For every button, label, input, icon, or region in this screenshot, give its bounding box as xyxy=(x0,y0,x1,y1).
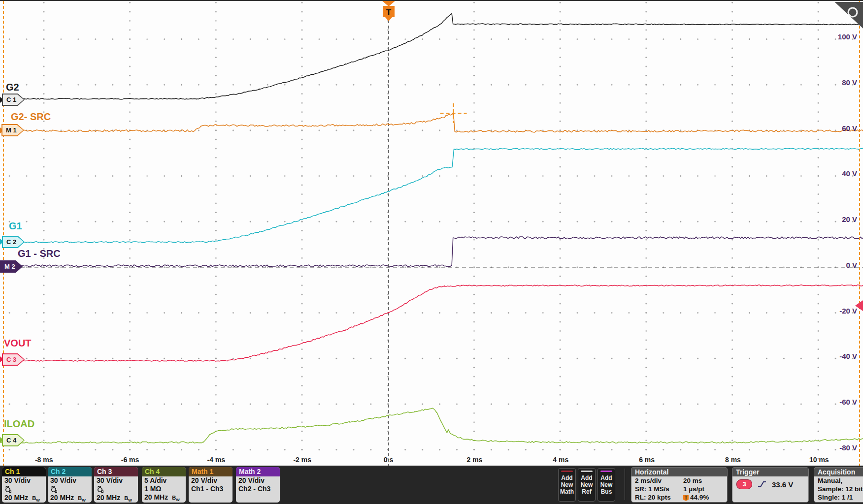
time-tick-label: -2 ms xyxy=(283,456,322,464)
waveform-traces xyxy=(0,1,863,466)
bw-limit-icon: BW xyxy=(124,494,132,503)
ch4-bandwidth: 20 MHz xyxy=(144,493,168,502)
time-tick-label: 0 s xyxy=(369,456,408,464)
volt-tick-label: 20 V xyxy=(842,215,857,224)
bw-limit-icon: BW xyxy=(32,494,40,503)
time-tick-label: 4 ms xyxy=(541,456,580,464)
bw-limit-icon: BW xyxy=(78,494,86,503)
ch3-bandwidth: 20 MHz xyxy=(97,494,120,502)
trace-label-iload: ILOAD xyxy=(4,418,34,430)
volt-tick-label: -20 V xyxy=(839,306,857,316)
probe-icon xyxy=(97,485,104,493)
time-tick-label: 10 ms xyxy=(799,456,839,464)
trace-label-g1-src: G1 - SRC xyxy=(18,248,61,259)
trigger-panel-title: Trigger xyxy=(732,468,808,476)
ch4-title: Ch 4 xyxy=(142,467,186,476)
ch4-scale: 5 A/div xyxy=(142,476,186,485)
volt-tick-label: 100 V xyxy=(838,32,857,42)
math1-scale: 20 V/div xyxy=(189,476,232,485)
oscilloscope-screen: G2 C 1 G2- SRC M 1 G1 C 2 G1 - SRC M 2 V… xyxy=(0,0,863,504)
trace-m1-g2src xyxy=(0,113,863,132)
trigger-level-arrow-tail xyxy=(860,304,863,308)
math2-title: Math 2 xyxy=(236,467,280,476)
trace-m2-g1src xyxy=(0,237,863,267)
trigger-level-value: 33.6 V xyxy=(772,480,793,489)
time-tick-label: 6 ms xyxy=(627,456,666,464)
add-new-math-button[interactable]: Add New Math xyxy=(558,468,576,502)
ch2-title: Ch 2 xyxy=(48,467,92,476)
ch2-scale: 30 V/div xyxy=(48,476,92,485)
trigger-source-badge: 3 xyxy=(736,479,752,489)
channel-badge-ch1[interactable]: Ch 1 30 V/div 20 MHzBW xyxy=(2,467,46,503)
waveform-display[interactable]: G2 C 1 G2- SRC M 1 G1 C 2 G1 - SRC M 2 V… xyxy=(0,0,863,466)
ch3-scale: 30 V/div xyxy=(94,476,138,485)
ch1-title: Ch 1 xyxy=(2,467,46,476)
trace-label-g2: G2 xyxy=(6,82,19,93)
time-tick-label: -4 ms xyxy=(197,456,236,464)
trigger-position-marker[interactable]: T xyxy=(382,1,396,21)
plot-right-border xyxy=(859,1,860,466)
probe-icon xyxy=(4,485,12,493)
horizontal-panel-title: Horizontal xyxy=(631,468,727,476)
ch3-title: Ch 3 xyxy=(94,467,138,476)
rising-edge-icon xyxy=(757,480,767,488)
bw-limit-icon: BW xyxy=(172,494,180,503)
time-tick-label: 2 ms xyxy=(455,456,494,464)
trace-ch1-g2 xyxy=(0,13,863,99)
ch1-bandwidth: 20 MHz xyxy=(4,494,28,502)
math2-badge[interactable]: Math 2 20 V/div Ch2 - Ch3 xyxy=(236,467,280,503)
trigger-position-icon: T xyxy=(683,495,689,501)
volt-tick-label: 0 V xyxy=(846,260,857,270)
volt-tick-label: -60 V xyxy=(839,397,857,407)
trace-ch4-iload xyxy=(0,408,863,443)
plot-left-border xyxy=(3,1,4,466)
trace-label-g2-src: G2- SRC xyxy=(11,111,51,123)
math1-expression: Ch1 - Ch3 xyxy=(189,485,232,493)
channel-badge-ch3[interactable]: Ch 3 30 V/div 20 MHzBW xyxy=(94,467,138,503)
probe-icon xyxy=(50,485,58,493)
ch2-bandwidth: 20 MHz xyxy=(50,494,74,502)
trace-ch3-vout xyxy=(0,285,863,361)
trigger-t-glyph: T xyxy=(386,8,391,17)
trigger-panel[interactable]: Trigger 3 33.6 V xyxy=(732,467,809,503)
math1-badge[interactable]: Math 1 20 V/div Ch1 - Ch3 xyxy=(189,467,232,503)
acquisition-panel[interactable]: Acquisition Manual,Ar Sample: 12 bit Sin… xyxy=(814,467,863,503)
volt-tick-label: -40 V xyxy=(839,351,857,361)
ch1-scale: 30 V/div xyxy=(2,476,46,485)
volt-tick-label: 80 V xyxy=(842,78,857,88)
time-tick-label: -8 ms xyxy=(24,456,64,464)
trace-label-g1: G1 xyxy=(9,220,22,232)
add-new-ref-button[interactable]: Add New Ref xyxy=(578,468,596,502)
math1-title: Math 1 xyxy=(189,467,232,476)
volt-tick-label: 40 V xyxy=(842,169,857,179)
ch4-impedance: 1 MΩ xyxy=(142,485,186,493)
volt-tick-label: -80 V xyxy=(839,443,857,453)
trace-ch2-g1 xyxy=(0,148,863,243)
time-tick-label: 8 ms xyxy=(713,456,753,464)
scope-settings-bar: Ch 1 30 V/div 20 MHzBW Ch 2 30 V/div 20 … xyxy=(0,466,863,504)
channel-badge-ch2[interactable]: Ch 2 30 V/div 20 MHzBW xyxy=(48,467,92,503)
math2-expression: Ch2 - Ch3 xyxy=(236,485,280,493)
trace-label-vout: VOUT xyxy=(4,338,32,349)
time-tick-label: -6 ms xyxy=(110,456,150,464)
volt-tick-label: 60 V xyxy=(842,124,857,133)
acquisition-panel-title: Acquisition xyxy=(814,468,863,476)
horizontal-panel[interactable]: Horizontal 2 ms/div20 ms SR: 1 MS/s1 µs/… xyxy=(631,467,728,503)
channel-badge-ch4[interactable]: Ch 4 5 A/div 1 MΩ 20 MHzBW xyxy=(142,467,186,503)
math2-scale: 20 V/div xyxy=(236,476,280,485)
bar-divider xyxy=(625,469,625,500)
add-new-bus-button[interactable]: Add New Bus xyxy=(597,468,615,502)
